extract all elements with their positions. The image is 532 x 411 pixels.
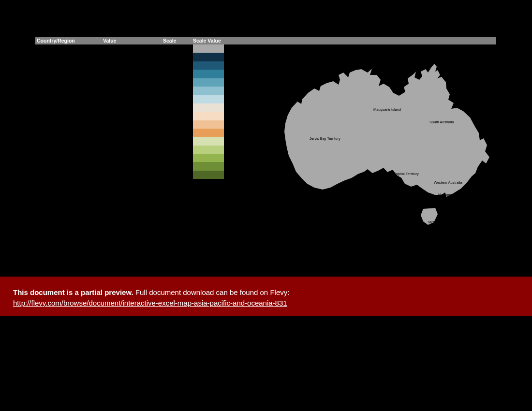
color-scale-legend xyxy=(193,44,224,179)
map-label-4: Western Australia xyxy=(434,180,462,185)
header-value: Value xyxy=(103,38,163,44)
preview-banner: This document is a partial preview. Full… xyxy=(0,277,532,316)
map-label-3: Australian Capital Territory xyxy=(376,172,419,176)
map-label-0: Macquarie Island xyxy=(373,107,401,112)
map-australia: Macquarie IslandSouth AustraliaJervis Ba… xyxy=(273,53,501,247)
header-scale-value: Scale Value xyxy=(193,38,232,44)
header-scale: Scale xyxy=(163,38,193,44)
map-label-7: Victoria xyxy=(428,220,440,224)
scale-swatch-3 xyxy=(193,70,224,78)
map-label-2: Jervis Bay Territory xyxy=(310,136,340,141)
table-header-row: Country/Region Value Scale Scale Value xyxy=(35,37,496,44)
scale-swatch-6 xyxy=(193,95,224,103)
scale-swatch-11 xyxy=(193,137,224,145)
australia-outline xyxy=(273,53,501,247)
banner-rest-text: Full document download can be found on F… xyxy=(133,288,290,296)
banner-bold-text: This document is a partial preview. xyxy=(13,288,133,296)
banner-link[interactable]: http://flevy.com/browse/document/interac… xyxy=(13,299,287,307)
scale-swatch-15 xyxy=(193,171,224,179)
scale-swatch-7 xyxy=(193,103,224,112)
scale-swatch-10 xyxy=(193,129,224,137)
header-country: Country/Region xyxy=(35,38,103,44)
scale-swatch-14 xyxy=(193,162,224,170)
map-label-6: New South Wales xyxy=(421,195,449,200)
scale-swatch-8 xyxy=(193,112,224,120)
scale-swatch-1 xyxy=(193,53,224,61)
map-label-1: South Australia xyxy=(429,120,454,124)
data-panel: Country/Region Value Scale Scale Value xyxy=(35,37,496,44)
scale-swatch-0 xyxy=(193,44,224,53)
scale-swatch-12 xyxy=(193,146,224,154)
scale-swatch-13 xyxy=(193,154,224,162)
scale-swatch-9 xyxy=(193,120,224,129)
scale-swatch-5 xyxy=(193,87,224,95)
scale-swatch-2 xyxy=(193,61,224,70)
scale-swatch-4 xyxy=(193,78,224,87)
